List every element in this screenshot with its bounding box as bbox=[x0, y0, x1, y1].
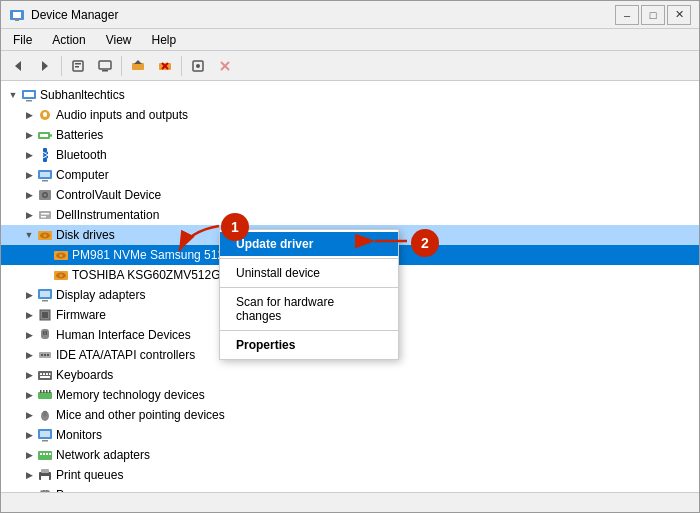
tb-forward-button[interactable] bbox=[32, 54, 58, 78]
computer-icon bbox=[21, 87, 37, 103]
batteries-expander[interactable] bbox=[21, 127, 37, 143]
minimize-button[interactable]: – bbox=[615, 5, 639, 25]
dellinstrumentation-expander[interactable] bbox=[21, 207, 37, 223]
tree-item-network[interactable]: Network adapters bbox=[1, 445, 699, 465]
svg-rect-2 bbox=[15, 19, 19, 21]
svg-rect-85 bbox=[41, 469, 49, 473]
processors-icon bbox=[37, 487, 53, 492]
svg-rect-20 bbox=[24, 92, 34, 97]
svg-rect-83 bbox=[49, 453, 51, 455]
menu-view[interactable]: View bbox=[98, 31, 140, 49]
pm981-icon bbox=[53, 247, 69, 263]
batteries-icon bbox=[37, 127, 53, 143]
memory-label: Memory technology devices bbox=[56, 388, 205, 402]
tb-update-driver-button[interactable] bbox=[125, 54, 151, 78]
tb-delete-button[interactable] bbox=[212, 54, 238, 78]
tree-item-bluetooth[interactable]: Bluetooth bbox=[1, 145, 699, 165]
hid-expander[interactable] bbox=[21, 327, 37, 343]
close-button[interactable]: ✕ bbox=[667, 5, 691, 25]
tb-extra1-button[interactable] bbox=[185, 54, 211, 78]
menu-file[interactable]: File bbox=[5, 31, 40, 49]
tree-item-print[interactable]: Print queues bbox=[1, 465, 699, 485]
audio-expander[interactable] bbox=[21, 107, 37, 123]
monitors-expander[interactable] bbox=[21, 427, 37, 443]
svg-rect-55 bbox=[41, 329, 49, 339]
ctx-uninstall-device[interactable]: Uninstall device bbox=[220, 261, 398, 285]
memory-expander[interactable] bbox=[21, 387, 37, 403]
tree-item-keyboards[interactable]: Keyboards bbox=[1, 365, 699, 385]
tree-item-controlvault[interactable]: ControlVault Device bbox=[1, 185, 699, 205]
monitors-label: Monitors bbox=[56, 428, 102, 442]
processors-label: Processors bbox=[56, 488, 116, 492]
svg-rect-69 bbox=[40, 390, 42, 393]
toolbar bbox=[1, 51, 699, 81]
tree-root[interactable]: Subhanltechtics bbox=[1, 85, 699, 105]
svg-rect-80 bbox=[40, 453, 42, 455]
svg-rect-56 bbox=[43, 331, 45, 335]
firmware-label: Firmware bbox=[56, 308, 106, 322]
ctx-separator-2 bbox=[220, 287, 398, 288]
tb-back-button[interactable] bbox=[5, 54, 31, 78]
tree-item-monitors[interactable]: Monitors bbox=[1, 425, 699, 445]
svg-rect-70 bbox=[43, 390, 45, 393]
menu-action[interactable]: Action bbox=[44, 31, 93, 49]
svg-rect-54 bbox=[42, 312, 48, 318]
tree-item-mice[interactable]: Mice and other pointing devices bbox=[1, 405, 699, 425]
processors-expander[interactable] bbox=[21, 487, 37, 492]
title-bar-left: Device Manager bbox=[9, 7, 118, 23]
annotation-2: 2 bbox=[411, 229, 439, 257]
tb-properties-button[interactable] bbox=[65, 54, 91, 78]
svg-rect-87 bbox=[41, 491, 49, 492]
diskdrives-expander[interactable] bbox=[21, 227, 37, 243]
network-expander[interactable] bbox=[21, 447, 37, 463]
tb-uninstall-button[interactable] bbox=[152, 54, 178, 78]
tree-item-batteries[interactable]: Batteries bbox=[1, 125, 699, 145]
mice-expander[interactable] bbox=[21, 407, 37, 423]
menu-bar: File Action View Help bbox=[1, 29, 699, 51]
keyboards-expander[interactable] bbox=[21, 367, 37, 383]
svg-rect-23 bbox=[43, 112, 47, 117]
print-expander[interactable] bbox=[21, 467, 37, 483]
controlvault-expander[interactable] bbox=[21, 187, 37, 203]
svg-rect-1 bbox=[13, 12, 21, 18]
svg-marker-3 bbox=[15, 61, 21, 71]
firmware-expander[interactable] bbox=[21, 307, 37, 323]
ctx-properties[interactable]: Properties bbox=[220, 333, 398, 357]
svg-rect-94 bbox=[46, 490, 48, 491]
title-bar: Device Manager – □ ✕ bbox=[1, 1, 699, 29]
ctx-scan-hardware[interactable]: Scan for hardware changes bbox=[220, 290, 398, 328]
display-expander[interactable] bbox=[21, 287, 37, 303]
audio-icon bbox=[37, 107, 53, 123]
tree-item-memory[interactable]: Memory technology devices bbox=[1, 385, 699, 405]
svg-rect-79 bbox=[38, 451, 52, 460]
maximize-button[interactable]: □ bbox=[641, 5, 665, 25]
svg-point-16 bbox=[196, 64, 200, 68]
svg-rect-26 bbox=[40, 134, 48, 137]
svg-rect-59 bbox=[41, 354, 43, 356]
svg-marker-4 bbox=[42, 61, 48, 71]
svg-rect-8 bbox=[99, 61, 111, 69]
computer-device-icon bbox=[37, 167, 53, 183]
svg-rect-77 bbox=[40, 431, 50, 437]
tree-item-audio[interactable]: Audio inputs and outputs bbox=[1, 105, 699, 125]
svg-rect-63 bbox=[40, 373, 42, 375]
tree-item-processors[interactable]: Processors bbox=[1, 485, 699, 492]
device-manager-window: Device Manager – □ ✕ File Action View He… bbox=[0, 0, 700, 513]
tree-item-dellinstrumentation[interactable]: DellInstrumentation bbox=[1, 205, 699, 225]
svg-rect-67 bbox=[40, 376, 50, 378]
network-icon bbox=[37, 447, 53, 463]
bluetooth-expander[interactable] bbox=[21, 147, 37, 163]
tree-item-computer[interactable]: Computer bbox=[1, 165, 699, 185]
window-title: Device Manager bbox=[31, 8, 118, 22]
ide-expander[interactable] bbox=[21, 347, 37, 363]
main-content: Subhanltechtics Audio inputs and outputs bbox=[1, 81, 699, 492]
svg-rect-64 bbox=[43, 373, 45, 375]
tb-scan-button[interactable] bbox=[92, 54, 118, 78]
root-expander[interactable] bbox=[5, 87, 21, 103]
computer-expander[interactable] bbox=[21, 167, 37, 183]
annotation-1: 1 bbox=[221, 213, 249, 241]
computer-device-label: Computer bbox=[56, 168, 109, 182]
menu-help[interactable]: Help bbox=[144, 31, 185, 49]
svg-rect-39 bbox=[41, 213, 49, 215]
svg-point-43 bbox=[44, 234, 47, 237]
